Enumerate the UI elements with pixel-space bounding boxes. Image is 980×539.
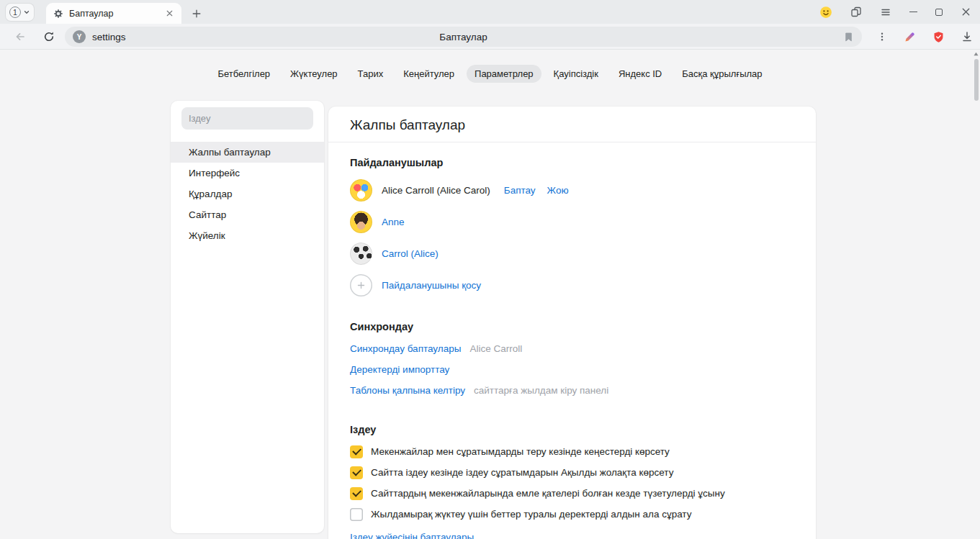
nav-tab-security[interactable]: Қауіпсіздік <box>546 65 606 83</box>
window-close-button[interactable] <box>961 6 971 17</box>
sidebar-item-sites[interactable]: Сайттар <box>171 204 324 225</box>
user-row: Anne <box>350 206 794 237</box>
avatar <box>350 243 372 265</box>
nav-tab-history[interactable]: Тарих <box>350 65 392 83</box>
scrollbar-thumb[interactable] <box>974 59 979 101</box>
settings-main-panel: Жалпы баптаулар Пайдаланушылар Alice Car… <box>328 107 816 539</box>
neuro-pen-icon[interactable] <box>904 31 916 43</box>
checkbox[interactable] <box>350 487 363 500</box>
reload-button[interactable] <box>43 31 55 42</box>
sync-note: сайттарға жылдам кіру панелі <box>474 385 608 396</box>
scroll-up-icon[interactable] <box>974 52 979 56</box>
browser-tab-settings[interactable]: Баптаулар <box>46 3 181 24</box>
sidebar-item-system[interactable]: Жүйелік <box>171 225 324 246</box>
tab-counter-button[interactable]: 1 <box>6 4 34 21</box>
nav-tab-other-devices[interactable]: Басқа құрылғылар <box>674 65 770 83</box>
search-input[interactable] <box>181 107 313 130</box>
checkbox[interactable] <box>350 508 363 521</box>
new-tab-button[interactable] <box>189 6 204 22</box>
page-scrollbar[interactable] <box>972 50 980 539</box>
nav-tab-extensions[interactable]: Кеңейтулер <box>395 65 462 83</box>
window-controls <box>819 0 971 24</box>
sync-row: Синхрондау баптаулары Alice Carroll <box>350 338 794 359</box>
option-label: Сайттардың мекенжайларында емле қателері… <box>371 488 725 499</box>
alice-extension-icon[interactable] <box>819 6 832 19</box>
page-title-centered: Баптаулар <box>65 32 862 42</box>
page-title: Жалпы баптаулар <box>328 107 816 142</box>
sidebar-item-tools[interactable]: Құралдар <box>171 184 324 204</box>
option-label: Мекенжайлар мен сұратымдарды теру кезінд… <box>371 446 670 457</box>
sync-note: Alice Carroll <box>469 343 522 354</box>
nav-tab-downloads[interactable]: Жүктеулер <box>282 65 346 83</box>
user-link[interactable]: Carrol (Alice) <box>382 248 439 259</box>
option-label: Сайтта іздеу кезінде іздеу сұратымдарын … <box>371 467 673 478</box>
checkbox[interactable] <box>350 445 363 458</box>
option-row: Сайттардың мекенжайларында емле қателері… <box>350 483 794 504</box>
maximize-button[interactable] <box>935 9 943 16</box>
import-data-link[interactable]: Деректерді импорттау <box>350 364 449 375</box>
settings-sidebar: Жалпы баптаулар Интерфейс Құралдар Сайтт… <box>171 101 324 533</box>
browser-toolbar: Y settings Баптаулар <box>0 24 980 50</box>
option-label: Жылдамырақ жүктеу үшін беттер туралы дер… <box>371 509 691 520</box>
nav-tab-bookmarks[interactable]: Бетбелгілер <box>210 65 278 83</box>
sidebar-item-interface[interactable]: Интерфейс <box>171 163 324 184</box>
search-engine-settings-link[interactable]: Іздеу жүйесінің баптаулары <box>350 532 474 539</box>
option-row: Мекенжайлар мен сұратымдарды теру кезінд… <box>350 441 794 462</box>
protect-shield-icon[interactable] <box>932 31 945 43</box>
tab-close-icon[interactable] <box>165 9 174 18</box>
url-bar[interactable]: Y settings Баптаулар <box>65 27 862 47</box>
restore-tableau-link[interactable]: Таблоны қалпына келтіру <box>350 385 465 396</box>
sidebar-item-general[interactable]: Жалпы баптаулар <box>171 142 324 163</box>
section-heading-search: Іздеу <box>350 424 794 437</box>
minimize-button[interactable] <box>909 12 917 13</box>
tab-count: 1 <box>9 6 21 18</box>
settings-nav-tabs: Бетбелгілер Жүктеулер Тарих Кеңейтулер П… <box>0 65 980 83</box>
user-link[interactable]: Anne <box>382 217 405 227</box>
avatar <box>350 211 372 233</box>
section-heading-sync: Синхрондау <box>350 321 794 334</box>
tab-strip: 1 Баптаулар <box>0 0 980 24</box>
menu-icon[interactable] <box>880 6 891 18</box>
plus-icon[interactable] <box>350 274 372 296</box>
add-user-button[interactable]: Пайдаланушыны қосу <box>382 280 481 291</box>
add-user-row: Пайдаланушыны қосу <box>350 269 794 301</box>
back-button[interactable] <box>14 31 26 42</box>
site-favicon: Y <box>73 30 86 43</box>
user-name: Alice Carroll (Alice Carol) <box>382 185 490 196</box>
user-row: Carrol (Alice) <box>350 237 794 269</box>
user-row: Alice Carroll (Alice Carol) Баптау Жою <box>350 174 794 206</box>
sync-row: Таблоны қалпына келтіру сайттарға жылдам… <box>350 380 794 401</box>
nav-tab-yandex-id[interactable]: Яндекс ID <box>611 65 670 83</box>
option-row: Жылдамырақ жүктеу үшін беттер туралы дер… <box>350 504 794 525</box>
gear-icon <box>53 9 63 19</box>
tabs-panel-icon[interactable] <box>850 6 862 18</box>
option-row: Сайтта іздеу кезінде іздеу сұратымдарын … <box>350 462 794 483</box>
user-delete-link[interactable]: Жою <box>547 185 569 196</box>
checkbox[interactable] <box>350 466 363 479</box>
settings-page: Бетбелгілер Жүктеулер Тарих Кеңейтулер П… <box>0 50 980 539</box>
more-options-icon[interactable] <box>877 32 887 42</box>
toolbar-right-icons <box>877 24 973 50</box>
nav-tab-settings[interactable]: Параметрлер <box>467 65 541 83</box>
avatar <box>350 179 372 201</box>
sync-row: Деректерді импорттау <box>350 359 794 380</box>
download-icon[interactable] <box>961 31 973 42</box>
user-configure-link[interactable]: Баптау <box>504 185 536 196</box>
bookmark-icon[interactable] <box>843 32 854 42</box>
chevron-down-icon <box>23 9 30 16</box>
section-heading-users: Пайдаланушылар <box>350 157 794 170</box>
sidebar-list: Жалпы баптаулар Интерфейс Құралдар Сайтт… <box>171 142 324 246</box>
tab-title: Баптаулар <box>69 9 159 19</box>
sync-settings-link[interactable]: Синхрондау баптаулары <box>350 343 461 354</box>
url-text: settings <box>92 32 126 42</box>
